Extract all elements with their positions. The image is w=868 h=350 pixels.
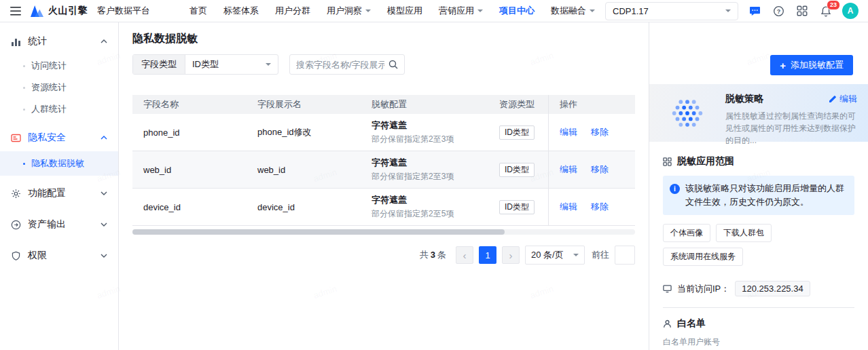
edit-link[interactable]: 编辑	[560, 163, 577, 176]
goto-label: 前往	[592, 249, 609, 261]
search-input[interactable]	[296, 60, 384, 70]
ip-label: 当前访问IP：	[677, 283, 729, 295]
topbar-right: CDP1.17 ? 23 A	[605, 2, 858, 20]
policy-description: 属性脱敏通过控制属性查询结果的可见性或属性的可用性来达到数据保护的目的...	[725, 110, 857, 147]
scope-title: 脱敏应用范围	[677, 155, 734, 168]
svg-text:?: ?	[776, 7, 780, 14]
sidebar-item-audience-stats[interactable]: 人群统计	[0, 98, 118, 120]
help-icon[interactable]: ?	[771, 3, 786, 18]
bar-chart-icon	[11, 37, 21, 47]
pagination-total: 共3条	[420, 249, 446, 261]
mask-type: 字符遮盖	[372, 157, 488, 169]
scope-tag: 个体画像	[663, 224, 710, 242]
prev-page-button[interactable]: ‹	[456, 246, 473, 264]
page-size-value: 20 条/页	[531, 249, 564, 261]
export-circle-icon	[11, 220, 21, 230]
nav-user-segments[interactable]: 用户分群	[275, 5, 310, 17]
topbar: 火山引擎 客户数据平台 首页 标签体系 用户分群 用户洞察 模型应用 营销应用 …	[0, 0, 868, 22]
nav-data-fusion[interactable]: 数据融合	[551, 5, 595, 17]
product-name: 客户数据平台	[97, 5, 150, 17]
resource-type-cell: ID类型	[488, 200, 548, 214]
sidebar-item-label: 访问统计	[31, 60, 67, 72]
page-title: 隐私数据脱敏	[132, 32, 635, 46]
search-icon[interactable]	[388, 60, 398, 69]
horizontal-scrollbar	[132, 229, 635, 235]
notifications-bell-icon[interactable]: 23	[818, 3, 833, 18]
sidebar-group-asset-output[interactable]: 资产输出	[0, 211, 118, 238]
add-masking-config-button[interactable]: + 添加脱敏配置	[770, 55, 853, 75]
resource-type-tag: ID类型	[499, 200, 535, 214]
chevron-down-icon	[725, 9, 731, 12]
brand-logo[interactable]: 火山引擎	[30, 5, 88, 18]
nav-model-apps[interactable]: 模型应用	[387, 5, 422, 17]
filter-row: 字段类型 ID类型	[132, 54, 635, 75]
chevron-down-icon	[101, 254, 107, 258]
sidebar-group-feature-config[interactable]: 功能配置	[0, 180, 118, 207]
actions-cell: 编辑 移除	[548, 189, 635, 225]
search-box	[289, 54, 405, 75]
whitelist-title: 白名单	[677, 317, 706, 330]
edit-policy-link[interactable]: 编辑	[829, 93, 857, 105]
project-version-select[interactable]: CDP1.17	[605, 2, 738, 20]
user-icon	[663, 319, 672, 328]
pencil-icon	[829, 95, 837, 103]
policy-banner-body: 脱敏策略 编辑 属性脱敏通过控制属性查询结果的可见性或属性的可用性来达到数据保护…	[725, 84, 868, 147]
nav-marketing-apps[interactable]: 营销应用	[439, 5, 483, 17]
field-type-label: 字段类型	[133, 55, 185, 74]
hamburger-menu-icon[interactable]	[8, 3, 23, 18]
feedback-chat-icon[interactable]	[747, 3, 762, 18]
info-icon: i	[670, 184, 680, 194]
nav-label: 数据融合	[551, 5, 586, 17]
privacy-card-icon	[11, 133, 21, 143]
sidebar-group-label: 隐私安全	[28, 132, 66, 144]
nav-tag-system[interactable]: 标签体系	[223, 5, 259, 17]
field-name-cell: web_id	[132, 165, 247, 175]
mask-config-cell: 字符遮盖 部分保留指定第2至3项	[361, 157, 488, 182]
mask-type: 字符遮盖	[372, 119, 488, 132]
chevron-down-icon	[477, 9, 483, 12]
next-page-button[interactable]: ›	[502, 246, 520, 264]
scope-section: 脱敏应用范围 i 该脱敏策略只对该功能启用后增量的人群文件生效，历史文件仍为原文…	[649, 142, 868, 296]
remove-link[interactable]: 移除	[591, 126, 609, 138]
remove-link[interactable]: 移除	[591, 163, 609, 176]
sidebar-group-permissions[interactable]: 权限	[0, 242, 118, 269]
resource-type-cell: ID类型	[488, 125, 548, 140]
col-header-mask-config: 脱敏配置	[361, 98, 488, 111]
nav-label: 用户洞察	[327, 5, 362, 17]
sidebar-item-label: 隐私数据脱敏	[31, 157, 84, 170]
edit-link[interactable]: 编辑	[560, 126, 577, 138]
top-nav: 首页 标签体系 用户分群 用户洞察 模型应用 营销应用 项目中心 数据融合	[189, 5, 595, 17]
mask-config-cell: 字符遮盖 部分保留指定第2至5项	[361, 194, 488, 220]
gear-icon	[11, 189, 21, 199]
scope-grid-icon	[663, 157, 672, 166]
page-size-select[interactable]: 20 条/页	[525, 246, 585, 265]
pagination: 共3条 ‹ 1 › 20 条/页 前往	[132, 246, 635, 265]
avatar[interactable]: A	[842, 3, 858, 19]
nav-home[interactable]: 首页	[189, 5, 207, 17]
sidebar-group-stats[interactable]: 统计	[0, 28, 118, 55]
main-area: 隐私数据脱敏 字段类型 ID类型 字段	[119, 22, 868, 350]
apps-grid-icon[interactable]	[795, 3, 810, 18]
notification-badge: 23	[827, 0, 840, 10]
sidebar-item-resource-stats[interactable]: 资源统计	[0, 77, 118, 98]
chevron-down-icon	[101, 191, 107, 195]
table-row: web_id web_id 字符遮盖 部分保留指定第2至3项 ID类型 编辑 移…	[132, 151, 635, 189]
ip-value: 120.253.225.34	[735, 281, 810, 296]
sidebar-group-privacy-security[interactable]: 隐私安全	[0, 124, 118, 151]
field-type-select[interactable]: ID类型	[185, 55, 278, 74]
sidebar-item-visit-stats[interactable]: 访问统计	[0, 55, 118, 77]
edit-link[interactable]: 编辑	[560, 201, 577, 213]
policy-banner: 脱敏策略 编辑 属性脱敏通过控制属性查询结果的可见性或属性的可用性来达到数据保护…	[649, 84, 868, 142]
nav-project-center[interactable]: 项目中心	[499, 5, 535, 17]
page-number-button[interactable]: 1	[479, 246, 496, 264]
sidebar-item-privacy-data-masking[interactable]: 隐私数据脱敏	[0, 151, 118, 176]
actions-cell: 编辑 移除	[548, 114, 635, 151]
mask-type: 字符遮盖	[372, 194, 488, 206]
nav-user-insight[interactable]: 用户洞察	[327, 5, 371, 17]
actions-cell: 编辑 移除	[548, 151, 635, 188]
scrollbar-thumb[interactable]	[132, 229, 505, 235]
remove-link[interactable]: 移除	[591, 201, 609, 213]
display-name-cell: phone_id修改	[247, 126, 361, 138]
chevron-down-icon	[590, 9, 595, 12]
goto-page-input[interactable]	[615, 246, 635, 265]
